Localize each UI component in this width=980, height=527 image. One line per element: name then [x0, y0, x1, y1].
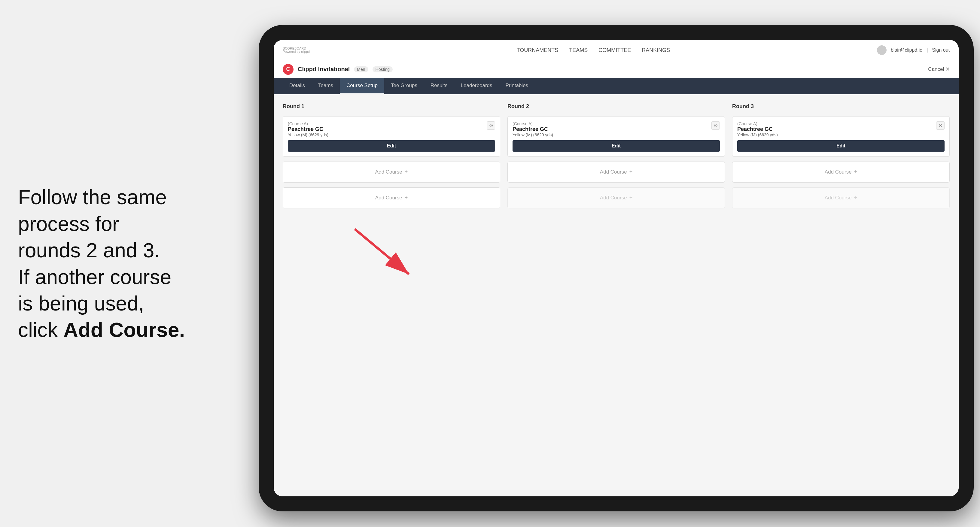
add-course-label-r2-1: Add Course — [600, 169, 627, 175]
round-1-course-header: (Course A) Peachtree GC Yellow (M) (6629… — [288, 121, 495, 137]
cancel-label: Cancel — [928, 67, 944, 72]
add-course-plus-r2-2: + — [629, 195, 633, 201]
top-nav: SCOREBOARD Powered by clippd TOURNAMENTS… — [274, 40, 959, 61]
round-2-course-header: (Course A) Peachtree GC Yellow (M) (6629… — [512, 121, 720, 137]
tab-details[interactable]: Details — [283, 78, 312, 94]
delete-icon-r3: ⊗ — [939, 122, 942, 128]
round-1-course-label: (Course A) — [288, 121, 328, 126]
instruction-line6-bold: Add Course. — [64, 318, 185, 341]
logo-letter: C — [286, 66, 290, 72]
tab-course-setup[interactable]: Course Setup — [340, 78, 384, 94]
hosting-badge: Hosting — [372, 67, 393, 72]
round-3-course-info: (Course A) Peachtree GC Yellow (M) (6629… — [737, 121, 778, 137]
round-1-course-card-1: (Course A) Peachtree GC Yellow (M) (6629… — [283, 116, 500, 157]
instruction-text: Follow the same process for rounds 2 and… — [18, 184, 185, 343]
user-area: blair@clippd.io | Sign out — [877, 45, 950, 55]
nav-committee[interactable]: COMMITTEE — [598, 46, 631, 55]
sign-out-link[interactable]: Sign out — [932, 48, 950, 53]
round-3-course-header: (Course A) Peachtree GC Yellow (M) (6629… — [737, 121, 945, 137]
add-course-plus-r2-1: + — [629, 169, 633, 175]
tablet-wrapper: SCOREBOARD Powered by clippd TOURNAMENTS… — [259, 25, 950, 502]
round-2-header: Round 2 — [508, 103, 725, 110]
add-course-plus-r3-2: + — [854, 195, 858, 201]
instruction-line2: process for — [18, 212, 119, 235]
round-1-header: Round 1 — [283, 103, 500, 110]
round-3-edit-button[interactable]: Edit — [737, 140, 945, 152]
add-course-plus-r1-1: + — [405, 169, 408, 175]
nav-tournaments[interactable]: TOURNAMENTS — [517, 46, 558, 55]
round-3-course-name: Peachtree GC — [737, 126, 778, 132]
gender-badge: Men — [354, 67, 368, 72]
delete-icon: ⊗ — [489, 122, 493, 128]
round-2-add-course-2[interactable]: Add Course + — [508, 187, 725, 208]
cancel-button[interactable]: Cancel ✕ — [928, 66, 950, 72]
round-2-course-info: (Course A) Peachtree GC Yellow (M) (6629… — [512, 121, 553, 137]
nav-teams[interactable]: TEAMS — [569, 46, 588, 55]
round-1-add-course-2[interactable]: Add Course + — [283, 187, 500, 208]
add-course-plus-r3-1: + — [854, 169, 858, 175]
round-3-add-course-text-2: Add Course + — [825, 195, 857, 201]
round-2-course-card-1: (Course A) Peachtree GC Yellow (M) (6629… — [508, 116, 725, 157]
brand: SCOREBOARD Powered by clippd — [283, 47, 310, 54]
round-2-column: Round 2 (Course A) Peachtree GC Yellow (… — [508, 103, 725, 208]
tab-results[interactable]: Results — [424, 78, 454, 94]
content-area: Round 1 (Course A) Peachtree GC Yellow (… — [274, 94, 959, 496]
brand-sub-text: Powered by clippd — [283, 50, 310, 54]
cancel-x-icon: ✕ — [945, 67, 950, 72]
add-course-label-r2-2: Add Course — [600, 195, 627, 201]
tablet-screen: SCOREBOARD Powered by clippd TOURNAMENTS… — [274, 40, 959, 496]
round-2-add-course-1[interactable]: Add Course + — [508, 162, 725, 183]
tab-tee-groups[interactable]: Tee Groups — [384, 78, 424, 94]
page-layout: Follow the same process for rounds 2 and… — [0, 0, 980, 527]
tournament-name: Clippd Invitational — [298, 66, 350, 73]
instruction-line6-prefix: click — [18, 318, 64, 341]
tab-leaderboards[interactable]: Leaderboards — [454, 78, 499, 94]
tab-printables[interactable]: Printables — [499, 78, 535, 94]
instruction-line4: If another course — [18, 265, 171, 288]
round-2-edit-button[interactable]: Edit — [512, 140, 720, 152]
instruction-line3: rounds 2 and 3. — [18, 239, 160, 262]
round-1-course-info: (Course A) Peachtree GC Yellow (M) (6629… — [288, 121, 328, 137]
round-3-add-course-2[interactable]: Add Course + — [732, 187, 950, 208]
add-course-label-r3-2: Add Course — [825, 195, 852, 201]
tournament-info: C Clippd Invitational Men Hosting — [283, 64, 393, 75]
round-3-delete-button[interactable]: ⊗ — [936, 121, 945, 130]
round-3-add-course-1[interactable]: Add Course + — [732, 162, 950, 183]
right-panel: SCOREBOARD Powered by clippd TOURNAMENTS… — [228, 0, 980, 527]
sign-out-separator: | — [926, 48, 928, 53]
rounds-grid: Round 1 (Course A) Peachtree GC Yellow (… — [283, 103, 950, 208]
round-1-course-name: Peachtree GC — [288, 126, 328, 132]
round-2-delete-button[interactable]: ⊗ — [711, 121, 720, 130]
round-1-column: Round 1 (Course A) Peachtree GC Yellow (… — [283, 103, 500, 208]
round-2-course-tee: Yellow (M) (6629 yds) — [512, 132, 553, 137]
round-3-header: Round 3 — [732, 103, 950, 110]
brand-name: SCOREBOARD Powered by clippd — [283, 47, 310, 54]
instruction-line5: is being used, — [18, 292, 144, 315]
add-course-plus-r1-2: + — [405, 195, 408, 201]
round-2-add-course-text-1: Add Course + — [600, 169, 632, 175]
round-2-course-label: (Course A) — [512, 121, 553, 126]
user-avatar — [877, 45, 886, 55]
tab-teams[interactable]: Teams — [312, 78, 340, 94]
tournament-logo: C — [283, 64, 294, 75]
sub-header: C Clippd Invitational Men Hosting Cancel… — [274, 61, 959, 78]
round-3-course-label: (Course A) — [737, 121, 778, 126]
instruction-line1: Follow the same — [18, 186, 167, 208]
nav-rankings[interactable]: RANKINGS — [642, 46, 670, 55]
instruction-panel: Follow the same process for rounds 2 and… — [0, 0, 228, 527]
delete-icon-r2: ⊗ — [714, 122, 718, 128]
tablet-device: SCOREBOARD Powered by clippd TOURNAMENTS… — [259, 25, 974, 511]
round-3-course-card-1: (Course A) Peachtree GC Yellow (M) (6629… — [732, 116, 950, 157]
round-1-delete-button[interactable]: ⊗ — [487, 121, 495, 130]
round-3-column: Round 3 (Course A) Peachtree GC Yellow (… — [732, 103, 950, 208]
round-1-edit-button[interactable]: Edit — [288, 140, 495, 152]
round-1-add-course-text-1: Add Course + — [375, 169, 408, 175]
user-email: blair@clippd.io — [891, 48, 922, 53]
round-3-course-tee: Yellow (M) (6629 yds) — [737, 132, 778, 137]
round-1-add-course-1[interactable]: Add Course + — [283, 162, 500, 183]
main-nav: TOURNAMENTS TEAMS COMMITTEE RANKINGS — [517, 46, 670, 55]
tab-bar: Details Teams Course Setup Tee Groups Re… — [274, 78, 959, 94]
add-course-label-r1-2: Add Course — [375, 195, 402, 201]
round-2-add-course-text-2: Add Course + — [600, 195, 632, 201]
round-2-course-name: Peachtree GC — [512, 126, 553, 132]
